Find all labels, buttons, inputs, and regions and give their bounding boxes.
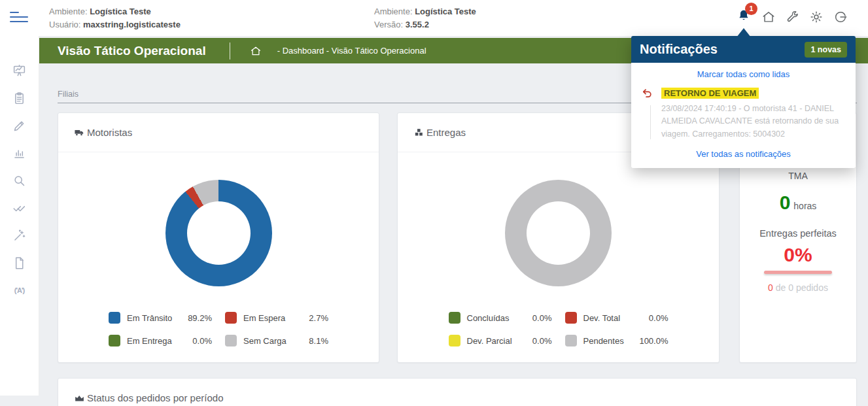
legend-swatch — [565, 335, 577, 347]
presentation-chart-icon[interactable] — [12, 63, 27, 78]
tma-label: TMA — [740, 171, 856, 181]
pedidos-summary: 0 de 0 pedidos — [740, 282, 856, 293]
legend-value: 8.1% — [309, 336, 328, 346]
area-chart-icon — [74, 392, 85, 403]
tma-unit: horas — [793, 201, 816, 211]
pedidos-rest: de 0 pedidos — [773, 282, 828, 293]
notification-content: RETORNO DE VIAGEM 23/08/2024 17:40:19 - … — [661, 87, 845, 141]
home-icon[interactable] — [761, 10, 776, 24]
legend-swatch — [109, 335, 120, 347]
page-title: Visão Tático Operacional — [58, 44, 206, 58]
legend-item: Dev. Parcial0.0% — [449, 335, 552, 347]
legend-swatch — [449, 312, 460, 324]
entregas-legend: Concluídas0.0%Dev. Total0.0%Dev. Parcial… — [398, 312, 719, 347]
boxes-icon — [413, 127, 425, 138]
legend-value: 0.0% — [532, 336, 552, 346]
popup-caret — [737, 28, 751, 37]
environment-info-left: Ambiente: Logística Teste Usuário: maxst… — [49, 5, 181, 31]
legend-value: 100.0% — [639, 336, 668, 346]
pedidos-count: 0 — [768, 282, 773, 293]
entregas-perfeitas-bar — [764, 271, 832, 274]
legend-value: 0.0% — [649, 313, 668, 323]
breadcrumb: - Dashboard - Visão Tático Operacional — [277, 46, 426, 56]
status-pedidos-header: Status dos pedidos por período — [58, 379, 856, 406]
tma-number: 0 — [780, 192, 791, 213]
legend-label: Em Entrega — [127, 336, 172, 346]
status-pedidos-title: Status dos pedidos por período — [87, 392, 223, 403]
new-notifications-badge[interactable]: 1 novas — [805, 42, 847, 58]
legend-value: 89.2% — [188, 313, 212, 323]
legend-swatch — [449, 335, 460, 347]
legend-item: Pendentes100.0% — [565, 335, 668, 347]
motoristas-card: Motoristas Em Trânsito89.2%Em Espera2.7%… — [58, 112, 379, 363]
motoristas-donut-chart — [165, 180, 272, 286]
header-divider — [230, 42, 230, 59]
entregas-perfeitas-label: Entregas perfeitas — [740, 228, 856, 239]
legend-label: Dev. Parcial — [467, 336, 512, 346]
entregas-card-title: Entregas — [426, 127, 466, 138]
legend-item: Em Trânsito89.2% — [109, 312, 212, 324]
wrench-icon[interactable] — [786, 10, 800, 24]
legend-value: 0.0% — [192, 336, 212, 346]
search-icon[interactable] — [12, 173, 27, 188]
filiais-field-label: Filiais — [58, 90, 78, 99]
sidebar: ('A') — [0, 36, 39, 396]
settings-gear-icon[interactable] — [809, 10, 824, 24]
notification-count-badge[interactable]: 1 — [745, 3, 757, 15]
mark-all-read-link[interactable]: Marcar todas como lidas — [642, 69, 845, 79]
clipboard-icon[interactable] — [12, 91, 27, 105]
breadcrumb-home-icon[interactable] — [250, 45, 262, 57]
magic-wand-icon[interactable] — [12, 228, 27, 243]
motoristas-legend: Em Trânsito89.2%Em Espera2.7%Em Entrega0… — [58, 312, 379, 347]
broadcast-icon[interactable]: ('A') — [12, 283, 27, 297]
notification-timeline — [650, 105, 651, 139]
motoristas-card-header: Motoristas — [58, 113, 379, 152]
legend-item: Sem Carga8.1% — [225, 335, 328, 347]
legend-item: Em Espera2.7% — [225, 312, 328, 324]
undo-arrow-icon — [642, 87, 661, 141]
legend-label: Em Trânsito — [127, 313, 172, 323]
bar-chart-icon[interactable] — [12, 146, 27, 160]
environment-info-center: Ambiente: Logística Teste Versão: 3.55.2 — [374, 5, 476, 31]
double-check-icon[interactable] — [12, 201, 27, 215]
legend-item: Dev. Total0.0% — [565, 312, 668, 324]
legend-swatch — [225, 312, 237, 324]
notification-title[interactable]: RETORNO DE VIAGEM — [661, 88, 759, 99]
document-icon[interactable] — [12, 256, 27, 270]
legend-value: 0.0% — [532, 313, 552, 323]
ambiente-label: Ambiente: — [49, 7, 88, 16]
legend-swatch — [109, 312, 120, 324]
ambiente-label: Ambiente: — [374, 7, 413, 16]
menu-hamburger-icon[interactable] — [10, 12, 28, 25]
legend-label: Concluídas — [467, 313, 510, 323]
notifications-popup: Notificações 1 novas Marcar todas como l… — [631, 36, 856, 168]
notification-item[interactable]: RETORNO DE VIAGEM 23/08/2024 17:40:19 - … — [642, 87, 845, 141]
entregas-perfeitas-value: 0% — [740, 244, 856, 266]
legend-label: Em Espera — [243, 313, 285, 323]
ambiente-value: Logística Teste — [90, 7, 151, 16]
legend-swatch — [225, 335, 237, 347]
legend-item: Em Entrega0.0% — [109, 335, 212, 347]
notification-body: 23/08/2024 17:40:19 - O motorista 41 - D… — [661, 103, 844, 141]
usuario-label: Usuário: — [49, 20, 80, 29]
status-pedidos-card: Status dos pedidos por período — [58, 378, 857, 406]
versao-label: Versão: — [374, 20, 403, 29]
legend-label: Dev. Total — [583, 313, 621, 323]
versao-value: 3.55.2 — [406, 20, 429, 29]
notifications-popup-body: Marcar todas como lidas RETORNO DE VIAGE… — [631, 63, 856, 168]
tma-value: 0horas — [740, 192, 856, 214]
legend-label: Pendentes — [583, 336, 624, 346]
pencil-icon[interactable] — [12, 118, 27, 133]
ambiente-value: Logística Teste — [415, 7, 476, 16]
legend-label: Sem Carga — [243, 336, 286, 346]
legend-value: 2.7% — [309, 313, 328, 323]
usuario-value: maxstring.logisticateste — [83, 20, 181, 29]
entregas-donut-chart — [505, 180, 612, 286]
legend-item: Concluídas0.0% — [449, 312, 552, 324]
notifications-popup-header: Notificações 1 novas — [631, 36, 856, 63]
motoristas-card-title: Motoristas — [87, 127, 132, 138]
legend-swatch — [565, 312, 577, 324]
logout-icon[interactable] — [833, 10, 848, 24]
view-all-notifications-link[interactable]: Ver todas as notificações — [642, 149, 845, 159]
truck-icon — [74, 127, 85, 138]
